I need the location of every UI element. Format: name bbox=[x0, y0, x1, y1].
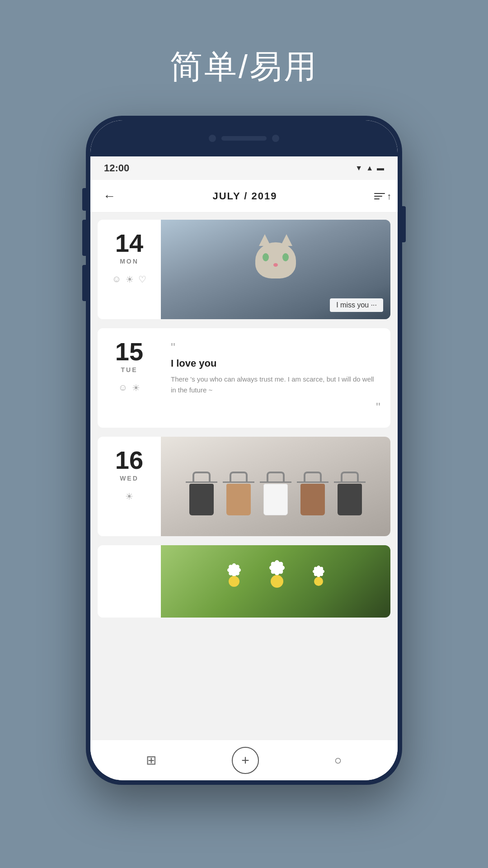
speaker-grille bbox=[221, 136, 267, 141]
journal-entry-14[interactable]: 14 MON ☺ ☀ ♡ bbox=[98, 220, 390, 319]
quote-text-15: There 's you who can always trust me. I … bbox=[171, 374, 380, 396]
date-icons-14: ☺ ☀ ♡ bbox=[112, 274, 146, 285]
date-panel-15: 15 TUE ☺ ☀ bbox=[98, 328, 161, 428]
photo-daisy bbox=[161, 545, 390, 618]
date-day-16: WED bbox=[120, 475, 139, 482]
quote-close-mark: " bbox=[171, 400, 380, 415]
heart-icon: ♡ bbox=[138, 274, 146, 285]
page-title-text: 简单/易用 bbox=[170, 45, 318, 89]
add-entry-button[interactable]: + bbox=[232, 747, 259, 774]
date-day-14: MON bbox=[120, 258, 139, 265]
content-panel-14: I miss you ··· bbox=[161, 220, 390, 319]
silent-button bbox=[82, 265, 86, 301]
date-panel-16: 16 WED ☀ bbox=[98, 437, 161, 536]
sun-icon-15: ☀ bbox=[132, 382, 140, 393]
profile-icon: ○ bbox=[334, 753, 342, 768]
journal-entry-17-partial[interactable] bbox=[98, 545, 390, 618]
sensor-dot bbox=[272, 135, 279, 142]
smile-icon: ☺ bbox=[112, 274, 121, 285]
signal-icon: ▲ bbox=[366, 164, 373, 172]
power-button bbox=[402, 206, 406, 242]
sun-icon: ☀ bbox=[126, 274, 134, 285]
album-button[interactable]: ⊞ bbox=[146, 753, 156, 768]
back-button[interactable]: ← bbox=[103, 189, 116, 203]
status-time: 12:00 bbox=[104, 162, 129, 174]
journal-entry-16[interactable]: 16 WED ☀ bbox=[98, 437, 390, 536]
photo-caption-14: I miss you ··· bbox=[330, 298, 383, 312]
quote-title-15: I love you bbox=[171, 358, 380, 369]
date-number-14: 14 bbox=[115, 231, 143, 256]
date-number-15: 15 bbox=[115, 339, 143, 364]
date-icons-16: ☀ bbox=[125, 491, 133, 502]
profile-button[interactable]: ○ bbox=[334, 753, 342, 768]
photo-image-cat: I miss you ··· bbox=[161, 220, 390, 319]
status-bar: 12:00 ▼ ▲ ▬ bbox=[90, 156, 398, 180]
wifi-icon: ▼ bbox=[355, 164, 362, 172]
bottom-nav: ⊞ + ○ bbox=[90, 740, 398, 780]
content-panel-15: " I love you There 's you who can always… bbox=[161, 328, 390, 428]
sort-button[interactable]: ↑ bbox=[374, 193, 385, 199]
volume-down-button bbox=[82, 220, 86, 256]
date-day-15: TUE bbox=[121, 366, 138, 373]
sun-icon-16: ☀ bbox=[125, 491, 133, 502]
content-panel-16 bbox=[161, 437, 390, 536]
content-panel-17 bbox=[161, 545, 390, 618]
journal-list: 14 MON ☺ ☀ ♡ bbox=[90, 212, 398, 740]
volume-up-button bbox=[82, 188, 86, 211]
quote-open-mark: " bbox=[171, 341, 380, 354]
smile-icon-15: ☺ bbox=[118, 382, 127, 393]
phone-frame: 12:00 ▼ ▲ ▬ ← JULY / 2019 ↑ 14 bbox=[86, 116, 402, 785]
battery-icon: ▬ bbox=[377, 164, 384, 172]
date-panel-14: 14 MON ☺ ☀ ♡ bbox=[98, 220, 161, 319]
date-number-16: 16 bbox=[115, 448, 143, 473]
app-header: ← JULY / 2019 ↑ bbox=[90, 180, 398, 212]
add-icon: + bbox=[241, 754, 249, 767]
journal-entry-15[interactable]: 15 TUE ☺ ☀ " I love you There 's you who… bbox=[98, 328, 390, 428]
month-year-title: JULY / 2019 bbox=[212, 190, 277, 202]
phone-top-bar bbox=[90, 120, 398, 156]
front-camera-dot bbox=[209, 135, 216, 142]
album-icon: ⊞ bbox=[146, 753, 156, 768]
date-icons-15: ☺ ☀ bbox=[118, 382, 140, 393]
date-panel-17 bbox=[98, 545, 161, 618]
status-icons: ▼ ▲ ▬ bbox=[355, 164, 384, 172]
photo-clothes bbox=[161, 437, 390, 536]
